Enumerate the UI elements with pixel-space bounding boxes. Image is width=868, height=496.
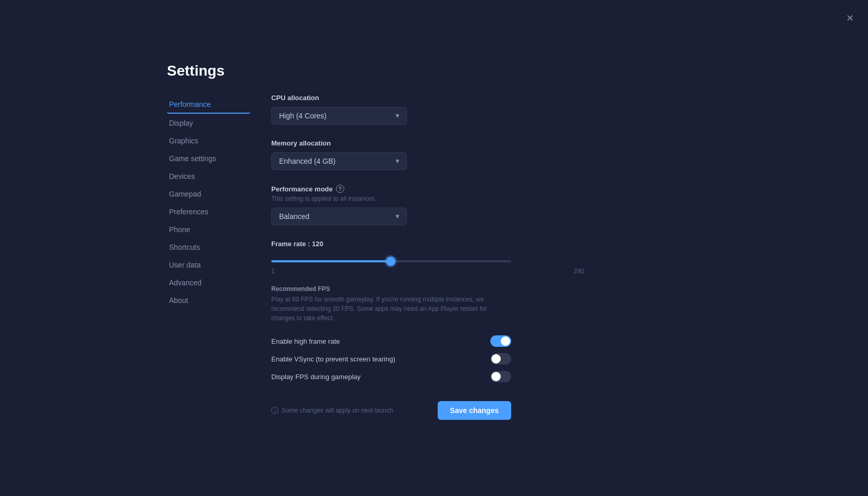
memory-allocation-select-wrapper: Low (1 GB) Medium (2 GB) Enhanced (4 GB)…: [271, 152, 407, 170]
cpu-allocation-section: CPU allocation Low (1 Core) Medium (2 Co…: [271, 94, 584, 125]
sidebar: Performance Display Graphics Game settin…: [167, 96, 250, 441]
memory-allocation-label: Memory allocation: [271, 139, 584, 147]
performance-mode-label-text: Performance mode: [271, 185, 333, 193]
sidebar-item-preferences[interactable]: Preferences: [167, 203, 250, 220]
toggle-display-fps-row: Display FPS during gameplay: [271, 368, 511, 385]
cpu-allocation-select-wrapper: Low (1 Core) Medium (2 Cores) High (4 Co…: [271, 107, 407, 125]
sidebar-item-advanced[interactable]: Advanced: [167, 274, 250, 291]
toggle-high-frame-rate-row: Enable high frame rate: [271, 332, 511, 350]
close-button[interactable]: ✕: [842, 10, 858, 26]
memory-allocation-select[interactable]: Low (1 GB) Medium (2 GB) Enhanced (4 GB)…: [271, 152, 407, 170]
performance-mode-select-wrapper: Power saving Balanced High performance ▼: [271, 208, 407, 225]
sidebar-item-gamepad[interactable]: Gamepad: [167, 186, 250, 202]
toggle-vsync-row: Enable VSync (to prevent screen tearing): [271, 350, 511, 368]
toggle-vsync-label: Enable VSync (to prevent screen tearing): [271, 355, 395, 363]
info-icon: i: [271, 407, 279, 414]
settings-container: Performance Display Graphics Game settin…: [167, 63, 584, 441]
footer-note: i Some changes will apply on next launch: [271, 407, 393, 414]
toggle-vsync-thumb: [491, 354, 501, 364]
sidebar-item-display[interactable]: Display: [167, 115, 250, 131]
recommended-fps-label: Recommended FPS: [271, 285, 584, 293]
sidebar-item-about[interactable]: About: [167, 292, 250, 309]
performance-mode-label-row: Performance mode ?: [271, 185, 584, 193]
toggle-vsync[interactable]: [490, 353, 511, 365]
memory-allocation-section: Memory allocation Low (1 GB) Medium (2 G…: [271, 139, 584, 170]
slider-max-label: 240: [574, 268, 584, 275]
footer-note-text: Some changes will apply on next launch: [282, 407, 393, 414]
sidebar-item-shortcuts[interactable]: Shortcuts: [167, 239, 250, 256]
toggle-high-frame-rate[interactable]: [490, 335, 511, 347]
toggle-high-frame-rate-label: Enable high frame rate: [271, 337, 340, 345]
sidebar-item-performance[interactable]: Performance: [167, 96, 250, 114]
recommended-fps-desc: Play at 60 FPS for smooth gameplay. If y…: [271, 295, 511, 323]
toggle-display-fps-thumb: [491, 372, 501, 381]
footer: i Some changes will apply on next launch…: [271, 401, 511, 420]
performance-mode-sub: This setting is applied to all instances…: [271, 195, 584, 202]
slider-labels: 1 240: [271, 268, 584, 275]
save-changes-button[interactable]: Save changes: [438, 401, 511, 420]
sidebar-item-graphics[interactable]: Graphics: [167, 132, 250, 149]
sidebar-item-user-data[interactable]: User data: [167, 257, 250, 273]
toggle-high-frame-rate-thumb: [501, 336, 510, 346]
frame-rate-slider[interactable]: [271, 260, 511, 262]
slider-min-label: 1: [271, 268, 275, 275]
performance-mode-section: Performance mode ? This setting is appli…: [271, 185, 584, 225]
frame-rate-section: Frame rate : 120 1 240: [271, 240, 584, 275]
close-icon: ✕: [846, 13, 854, 24]
performance-mode-select[interactable]: Power saving Balanced High performance: [271, 208, 407, 225]
main-content: CPU allocation Low (1 Core) Medium (2 Co…: [250, 94, 584, 441]
frame-rate-label: Frame rate : 120: [271, 240, 584, 248]
toggle-display-fps[interactable]: [490, 371, 511, 382]
toggle-display-fps-label: Display FPS during gameplay: [271, 373, 360, 381]
cpu-allocation-label: CPU allocation: [271, 94, 584, 102]
sidebar-item-devices[interactable]: Devices: [167, 168, 250, 185]
content-area: Performance Display Graphics Game settin…: [167, 94, 584, 441]
sidebar-item-phone[interactable]: Phone: [167, 221, 250, 238]
help-icon[interactable]: ?: [336, 185, 344, 193]
cpu-allocation-select[interactable]: Low (1 Core) Medium (2 Cores) High (4 Co…: [271, 107, 407, 125]
frame-rate-slider-container: [271, 255, 511, 264]
sidebar-item-game-settings[interactable]: Game settings: [167, 150, 250, 167]
